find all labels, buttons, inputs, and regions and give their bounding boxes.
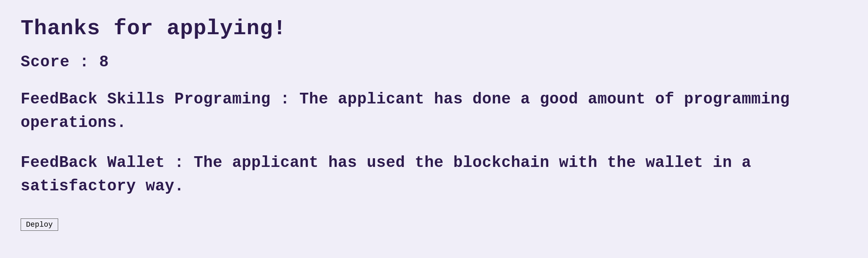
main-container: Thanks for applying! Score : 8 FeedBack … — [21, 16, 804, 231]
deploy-button[interactable]: Deploy — [21, 218, 58, 231]
feedback-wallet-text: FeedBack Wallet : The applicant has used… — [21, 151, 804, 198]
feedback-programming-text: FeedBack Skills Programing : The applica… — [21, 87, 804, 134]
page-title: Thanks for applying! — [21, 16, 804, 41]
score-text: Score : 8 — [21, 53, 804, 71]
